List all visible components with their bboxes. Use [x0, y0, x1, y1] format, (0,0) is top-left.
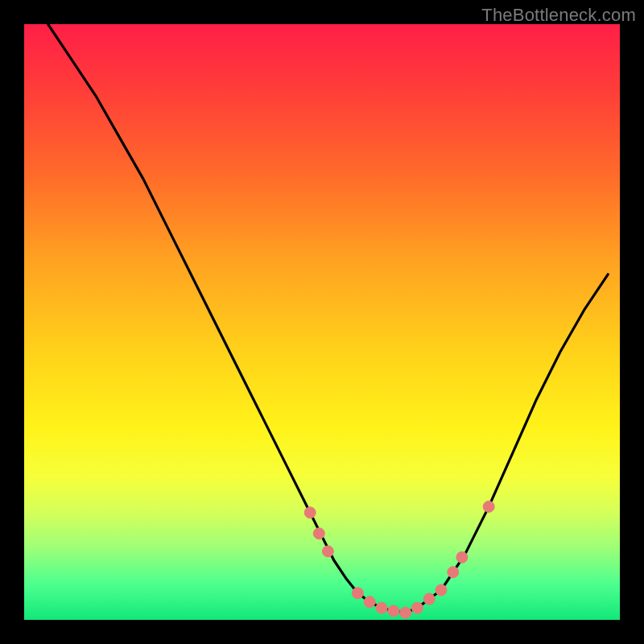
data-point	[436, 584, 447, 596]
data-point	[322, 546, 333, 557]
data-point	[483, 501, 494, 512]
data-point	[364, 597, 375, 608]
data-point	[423, 593, 435, 605]
chart-overlay-svg	[24, 24, 620, 620]
watermark-text: TheBottleneck.com	[481, 5, 636, 26]
chart-container: TheBottleneck.com	[0, 0, 644, 644]
data-point	[388, 605, 399, 617]
data-point	[304, 507, 316, 518]
data-point	[376, 602, 387, 613]
data-point	[400, 607, 411, 618]
data-point	[456, 551, 468, 563]
data-point	[411, 602, 423, 613]
data-point	[352, 588, 363, 599]
data-point	[313, 528, 324, 539]
bottleneck-curve	[48, 24, 609, 613]
data-point	[448, 567, 459, 578]
